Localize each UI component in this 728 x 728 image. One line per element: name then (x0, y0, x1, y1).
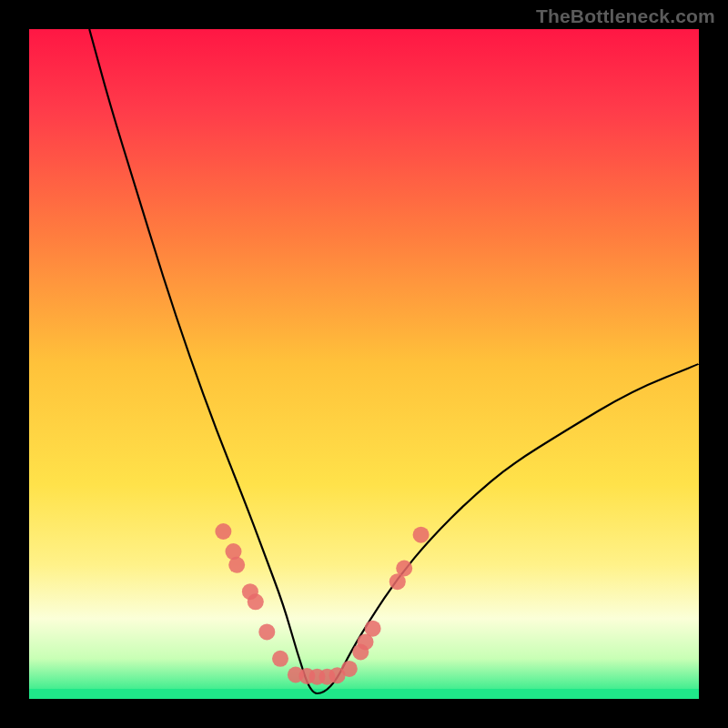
marker-dot (228, 557, 245, 573)
bottleneck-chart (0, 0, 728, 728)
watermark-label: TheBottleneck.com (536, 5, 715, 27)
baseline-band (29, 689, 699, 699)
marker-dot (272, 651, 288, 667)
plot-area (29, 29, 699, 699)
marker-dot (396, 561, 412, 577)
marker-dot (341, 661, 358, 677)
marker-dot (258, 623, 275, 640)
marker-dot (248, 593, 264, 610)
chart-frame: TheBottleneck.com (0, 0, 728, 728)
marker-dot (413, 527, 430, 543)
marker-dot (365, 621, 381, 637)
marker-dot (215, 523, 231, 540)
